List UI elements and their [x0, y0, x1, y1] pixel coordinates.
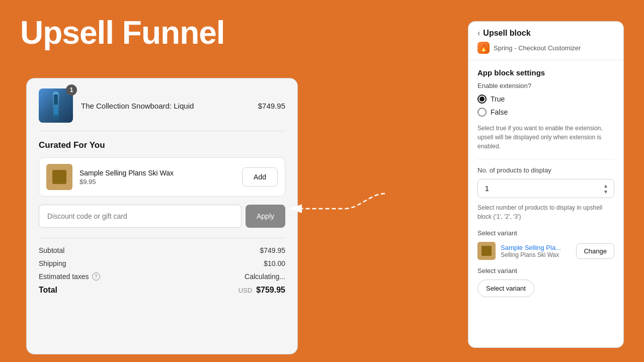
total-currency: USD — [238, 287, 252, 294]
radio-false-outer — [477, 108, 487, 117]
product-image-wrapper: 1 — [39, 88, 73, 123]
svg-rect-3 — [54, 107, 58, 115]
shipping-row: Shipping $10.00 — [39, 259, 285, 267]
panel-subtitle-row: 🔥 Spring - Checkout Customizer — [477, 42, 614, 54]
product-row: 1 The — [39, 88, 285, 131]
product-badge: 1 — [66, 84, 77, 96]
product-price: $749.95 — [258, 102, 285, 110]
upsell-product-image — [46, 164, 72, 190]
taxes-value: Calculating... — [245, 273, 285, 281]
select-variant-label: Select variant — [477, 229, 614, 237]
num-products-label: No. of products to display — [477, 166, 614, 174]
enable-extension-desc: Select true if you want to enable the ex… — [477, 124, 614, 151]
change-variant-button[interactable]: Change — [576, 243, 614, 259]
settings-panel: ‹ Upsell block 🔥 Spring - Checkout Custo… — [468, 21, 624, 348]
taxes-label: Estimated taxes ? — [39, 273, 100, 281]
panel-title: Upsell block — [483, 29, 530, 38]
panel-subtitle: Spring - Checkout Customizer — [494, 44, 581, 52]
radio-true-inner — [479, 97, 485, 102]
num-products-desc: Select number of products to display in … — [477, 203, 614, 221]
total-row: Total USD $759.95 — [39, 286, 285, 295]
subtotal-value: $749.95 — [260, 246, 285, 254]
variant-row: Sample Selling Pla... Selling Plans Ski … — [477, 242, 614, 260]
num-products-select-wrapper: 1 2 3 ▲ ▼ — [477, 179, 614, 198]
checkout-card: 1 The — [26, 78, 298, 354]
variant-subtitle: Selling Plans Ski Wax — [501, 251, 571, 258]
discount-input[interactable] — [39, 205, 242, 228]
upsell-row: Sample Selling Plans Ski Wax $9.95 Add — [39, 157, 285, 197]
subtotal-row: Subtotal $749.95 — [39, 246, 285, 254]
upsell-product-price: $9.95 — [79, 178, 235, 186]
panel-header: ‹ Upsell block 🔥 Spring - Checkout Custo… — [468, 22, 623, 60]
radio-true-outer — [477, 95, 487, 104]
taxes-row: Estimated taxes ? Calculating... — [39, 273, 285, 281]
totals-section: Subtotal $749.95 Shipping $10.00 Estimat… — [39, 238, 285, 295]
total-value-group: USD $759.95 — [238, 286, 285, 295]
radio-false-label: False — [491, 108, 508, 116]
total-value: $759.95 — [256, 286, 285, 295]
enable-extension-radio-group: True False — [477, 95, 614, 117]
discount-row: Apply — [39, 205, 285, 228]
apply-discount-button[interactable]: Apply — [246, 205, 285, 228]
panel-body: App block settings Enable extension? Tru… — [468, 60, 623, 305]
enable-extension-label: Enable extension? — [477, 82, 614, 89]
shipping-label: Shipping — [39, 259, 66, 267]
app-block-settings-heading: App block settings — [477, 68, 614, 77]
variant-image — [477, 242, 496, 260]
back-button[interactable]: ‹ Upsell block — [477, 29, 614, 38]
curated-title: Curated For You — [39, 140, 285, 150]
num-products-select[interactable]: 1 2 3 — [477, 179, 614, 198]
app-icon: 🔥 — [477, 42, 490, 54]
page-title: Upsell Funnel — [20, 14, 225, 51]
upsell-product-name: Sample Selling Plans Ski Wax — [79, 169, 235, 177]
variant-name: Sample Selling Pla... — [501, 244, 571, 251]
select-variant-label-2: Select variant — [477, 267, 614, 275]
total-label: Total — [39, 286, 57, 295]
taxes-info-icon[interactable]: ? — [92, 273, 100, 281]
divider-1 — [477, 159, 614, 159]
select-variant-button[interactable]: Select variant — [477, 280, 534, 297]
upsell-info: Sample Selling Plans Ski Wax $9.95 — [79, 169, 235, 186]
variant-info: Sample Selling Pla... Selling Plans Ski … — [501, 244, 571, 258]
radio-true[interactable]: True — [477, 95, 614, 104]
subtotal-label: Subtotal — [39, 246, 64, 254]
radio-false[interactable]: False — [477, 108, 614, 117]
shipping-value: $10.00 — [264, 259, 285, 267]
product-name: The Collection Snowboard: Liquid — [81, 102, 250, 110]
radio-true-label: True — [491, 95, 505, 103]
add-to-cart-button[interactable]: Add — [242, 167, 278, 187]
curated-section: Curated For You Sample Selling Plans Ski… — [39, 140, 285, 228]
back-arrow-icon: ‹ — [477, 29, 480, 38]
svg-rect-2 — [54, 95, 58, 105]
